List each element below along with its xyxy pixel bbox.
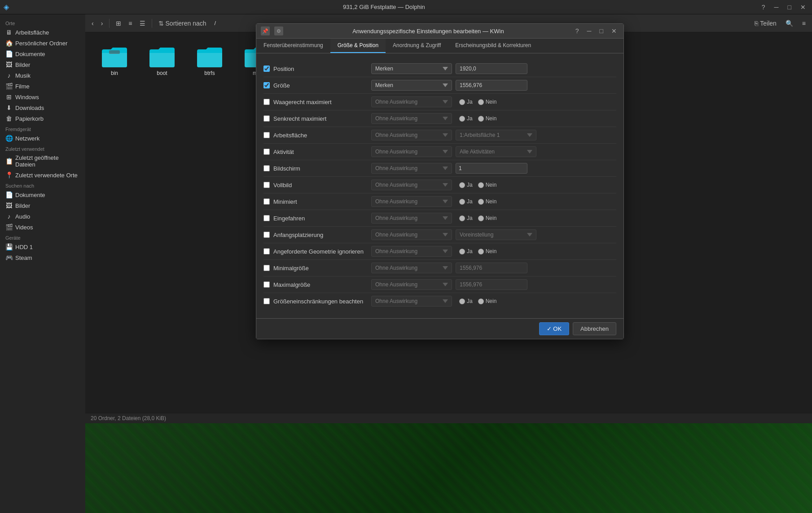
dialog-minimize-button[interactable]: ─ (585, 26, 594, 35)
sidebar-item-hdd1[interactable]: 💾 HDD 1 (0, 241, 85, 252)
cancel-button[interactable]: Abbrechen (573, 322, 616, 335)
sidebar-item-suche-dokumente[interactable]: 📄 Dokumente (0, 189, 85, 200)
setting-position-dropdown[interactable]: Merken (371, 63, 452, 74)
sidebar-item-suche-videos[interactable]: 🎬 Videos (0, 222, 85, 232)
sidebar-item-persoenlicher-ordner[interactable]: 🏠 Persönlicher Ordner (0, 38, 85, 48)
share-button[interactable]: ⎘ Teilen (752, 18, 779, 29)
setting-arbeitsflaeche-label[interactable]: Arbeitsfläche (263, 132, 371, 139)
dialog-close-button[interactable]: ✕ (609, 26, 619, 35)
sidebar-item-suche-audio[interactable]: ♪ Audio (0, 211, 85, 222)
radio-angeforderte-geometrie-nein[interactable]: Nein (478, 248, 497, 254)
sidebar-item-suche-bilder[interactable]: 🖼 Bilder (0, 200, 85, 211)
view-details-button[interactable]: ☰ (137, 18, 148, 29)
search-audio-icon: ♪ (5, 213, 13, 220)
help-button[interactable]: ? (759, 3, 768, 12)
dialog-title: Anwendungsspezifische Einstellungen bear… (287, 28, 570, 35)
close-button[interactable]: ✕ (798, 3, 808, 12)
ok-button[interactable]: ✓ OK (539, 322, 569, 335)
radio-senkrecht-ja[interactable]: Ja (459, 115, 473, 122)
maximize-button[interactable]: □ (785, 3, 794, 12)
tab-groesse[interactable]: Größe & Position (330, 39, 386, 53)
sidebar-item-downloads[interactable]: ⬇ Downloads (0, 102, 85, 113)
setting-groessenbeschraenkungen-checkbox[interactable] (263, 298, 270, 304)
setting-groessenbeschraenkungen-label[interactable]: Größeneinschränkungen beachten (263, 298, 371, 305)
setting-minimiert-label[interactable]: Minimiert (263, 198, 371, 205)
setting-maximalgroesse-checkbox[interactable] (263, 281, 270, 288)
sort-button[interactable]: ⇅ Sortieren nach (156, 18, 209, 29)
home-icon: 🏠 (5, 39, 13, 47)
setting-anfangsplatzierung-checkbox[interactable] (263, 232, 270, 238)
setting-position-input[interactable] (456, 63, 527, 74)
setting-bildschirm-checkbox[interactable] (263, 165, 270, 171)
setting-bildschirm-label[interactable]: Bildschirm (263, 165, 371, 172)
setting-eingefahren-checkbox[interactable] (263, 215, 270, 221)
setting-groesse-input[interactable] (456, 80, 527, 91)
radio-waagerecht-nein[interactable]: Nein (478, 99, 497, 105)
radio-minimiert-nein[interactable]: Nein (478, 198, 497, 205)
radio-groessenbeschraenkungen-nein[interactable]: Nein (478, 298, 497, 304)
tab-fenster[interactable]: Fensterübereinstimmung (256, 39, 330, 53)
setting-vollbild-checkbox[interactable] (263, 182, 270, 188)
setting-waagerecht-checkbox[interactable] (263, 99, 270, 105)
setting-angeforderte-geometrie-checkbox[interactable] (263, 248, 270, 254)
folder-boot[interactable]: boot (142, 41, 182, 80)
sidebar-item-steam[interactable]: 🎮 Steam (0, 252, 85, 263)
folder-btrfs[interactable]: btrfs (189, 41, 230, 80)
sidebar-item-windows[interactable]: ⊞ Windows (0, 92, 85, 102)
setting-angeforderte-geometrie-radio: Ja Nein (459, 248, 496, 254)
dialog-maximize-button[interactable]: □ (597, 26, 606, 35)
radio-senkrecht-nein[interactable]: Nein (478, 115, 497, 122)
setting-angeforderte-geometrie-label[interactable]: Angeforderte Geometrie ignorieren (263, 248, 371, 255)
sidebar-item-zuletzt-orte[interactable]: 📍 Zuletzt verwendete Orte (0, 170, 85, 180)
radio-eingefahren-nein[interactable]: Nein (478, 215, 497, 221)
tab-anordnung[interactable]: Anordnung & Zugriff (386, 39, 448, 53)
setting-arbeitsflaeche-text: Arbeitsfläche (273, 132, 307, 139)
setting-aktivitaet-checkbox[interactable] (263, 149, 270, 155)
setting-waagerecht-label[interactable]: Waagerecht maximiert (263, 99, 371, 105)
view-compact-button[interactable]: ≡ (126, 18, 135, 29)
setting-minimiert-checkbox[interactable] (263, 198, 270, 205)
radio-groessenbeschraenkungen-ja[interactable]: Ja (459, 298, 473, 304)
setting-position-label[interactable]: Position (263, 66, 371, 72)
spinbox-bildschirm-input[interactable] (456, 163, 527, 173)
sidebar-item-zuletzt-dateien[interactable]: 📋 Zuletzt geöffnete Dateien (0, 153, 85, 170)
dialog-help-button[interactable]: ? (573, 26, 581, 35)
sidebar-item-bilder[interactable]: 🖼 Bilder (0, 59, 85, 70)
setting-bildschirm-spinbox[interactable]: ▲ ▼ (456, 163, 527, 174)
setting-senkrecht-checkbox[interactable] (263, 115, 270, 122)
folder-bin[interactable]: bin (94, 41, 135, 80)
setting-aktivitaet-label[interactable]: Aktivität (263, 149, 371, 155)
minimize-button[interactable]: ─ (772, 3, 781, 12)
tab-erscheinung[interactable]: Erscheinungsbild & Korrekturen (448, 39, 538, 53)
setting-minimalgroesse-label[interactable]: Minimalgröße (263, 265, 371, 272)
setting-arbeitsflaeche-checkbox[interactable] (263, 132, 270, 138)
setting-groesse-label[interactable]: Größe (263, 82, 371, 89)
radio-waagerecht-ja[interactable]: Ja (459, 99, 473, 105)
radio-angeforderte-geometrie-ja[interactable]: Ja (459, 248, 473, 254)
setting-maximalgroesse-label[interactable]: Maximalgröße (263, 281, 371, 288)
setting-groesse-checkbox[interactable] (263, 82, 270, 88)
radio-minimiert-ja[interactable]: Ja (459, 198, 473, 205)
radio-vollbild-ja[interactable]: Ja (459, 182, 473, 188)
search-button[interactable]: 🔍 (783, 18, 796, 29)
sidebar-item-papierkorb[interactable]: 🗑 Papierkorb (0, 113, 85, 124)
setting-position-checkbox[interactable] (263, 66, 270, 72)
setting-anfangsplatzierung-label[interactable]: Anfangsplatzierung (263, 232, 371, 238)
sidebar-item-dokumente[interactable]: 📄 Dokumente (0, 48, 85, 59)
radio-eingefahren-ja[interactable]: Ja (459, 215, 473, 221)
setting-eingefahren-label[interactable]: Eingefahren (263, 215, 371, 222)
sidebar-item-musik[interactable]: ♪ Musik (0, 70, 85, 81)
forward-button[interactable]: › (98, 18, 106, 29)
sidebar-item-arbeitsflaeche[interactable]: 🖥 Arbeitsfläche (0, 27, 85, 38)
view-icons-button[interactable]: ⊞ (113, 18, 124, 29)
sort-icon: ⇅ (158, 20, 164, 27)
setting-vollbild-label[interactable]: Vollbild (263, 182, 371, 189)
sidebar-item-filme[interactable]: 🎬 Filme (0, 81, 85, 92)
setting-groesse-dropdown[interactable]: Merken (371, 80, 452, 91)
menu-button[interactable]: ≡ (799, 18, 808, 29)
sidebar-item-netzwerk[interactable]: 🌐 Netzwerk (0, 133, 85, 144)
back-button[interactable]: ‹ (89, 18, 97, 29)
radio-vollbild-nein[interactable]: Nein (478, 182, 497, 188)
setting-senkrecht-label[interactable]: Senkrecht maximiert (263, 115, 371, 122)
setting-minimalgroesse-checkbox[interactable] (263, 265, 270, 271)
